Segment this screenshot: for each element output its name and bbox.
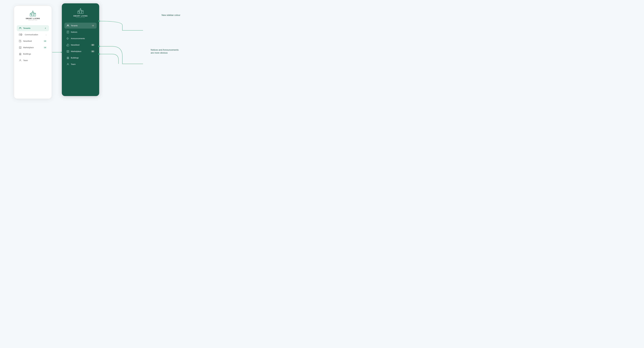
svg-rect-34 [82,11,82,11]
svg-point-14 [20,27,20,28]
nav-label-newsfeed-dark: Newsfeed [71,44,90,46]
nav-item-communication-light[interactable]: Communication ⌄ [17,32,49,37]
arrow-between-panels [52,52,62,52]
logo-subtitle-dark: PROPERTIES [76,17,85,18]
nav-label-notices-dark: Notices [71,31,94,33]
nav-label-marketplace-light: Marketplace [23,46,42,48]
nav-label-tenants-light: Tenants [23,27,42,29]
nav-item-team-dark[interactable]: Team [64,61,96,67]
svg-rect-12 [34,14,35,14]
nav-label-marketplace-dark: Marketplace [71,50,90,52]
svg-point-46 [67,63,68,64]
nav-label-buildings-dark: Buildings [71,57,94,59]
svg-point-37 [68,25,69,25]
svg-rect-42 [68,51,68,52]
nav-item-team-light[interactable]: Team [17,57,49,63]
nav-item-announcements-dark[interactable]: Announcements [64,35,96,41]
logo-area-dark: SMART LIVING PROPERTIES [73,7,88,18]
svg-rect-9 [31,14,31,14]
sidebar-dark: SMART LIVING PROPERTIES Tenants 4 [62,3,99,96]
badge-newsfeed-dark: 10 [91,44,94,46]
svg-rect-33 [81,10,81,11]
svg-rect-2 [34,13,36,16]
svg-point-15 [20,27,21,28]
svg-point-6 [32,11,33,12]
svg-rect-0 [30,14,32,16]
nav-item-newsfeed-dark[interactable]: Newsfeed 10 [64,42,96,48]
logo-subtitle-light: PROPERTIES [28,19,37,20]
badge-newsfeed-light: 10 [43,40,47,42]
annotation-sidebar-colour: New sidebar colour [162,14,180,17]
svg-rect-30 [78,11,78,12]
nav-label-tenants-dark: Tenants [71,24,90,27]
nav-label-team-dark: Team [71,63,94,65]
svg-rect-43 [68,58,68,59]
sidebar-light: SMART LIVING PROPERTIES Tenants 4 [14,6,52,99]
logo-title-light: SMART LIVING [26,17,40,19]
svg-rect-19 [20,54,20,54]
nav-list-dark: Tenants 4 Notices A [64,23,96,67]
nav-list-light: Tenants 4 Communication ⌄ [17,25,49,63]
svg-rect-10 [32,13,33,13]
svg-point-36 [67,25,68,25]
svg-rect-22 [78,11,79,14]
nav-item-marketplace-light[interactable]: Marketplace 10 [17,44,49,50]
nav-label-announcements-dark: Announcements [71,37,94,39]
nav-item-buildings-dark[interactable]: Buildings [64,55,96,61]
nav-item-tenants-dark[interactable]: Tenants 4 [64,23,96,28]
nav-label-communication-light: Communication [25,33,44,36]
badge-tenants-light: 4 [44,27,47,29]
svg-rect-17 [20,48,20,48]
svg-rect-11 [33,13,34,13]
svg-rect-13 [35,14,36,14]
svg-rect-20 [20,54,21,54]
badge-marketplace-dark: 10 [91,50,94,52]
svg-rect-18 [20,54,20,55]
nav-label-newsfeed-light: Newsfeed [23,40,42,42]
svg-point-21 [20,59,20,60]
badge-marketplace-light: 10 [43,46,47,48]
svg-rect-8 [30,14,31,14]
nav-item-marketplace-dark[interactable]: Marketplace 10 [64,48,96,54]
nav-item-buildings-light[interactable]: Buildings [17,51,49,57]
svg-line-3 [30,13,32,14]
nav-item-tenants-light[interactable]: Tenants 4 [17,25,49,31]
nav-item-newsfeed-light[interactable]: Newsfeed 10 [17,38,49,44]
nav-item-notices-dark[interactable]: Notices [64,29,96,35]
svg-rect-32 [80,10,80,11]
nav-label-team-light: Team [23,59,47,61]
svg-line-25 [78,10,79,11]
svg-rect-31 [78,11,79,12]
annotation-notices: Notices and Announcements are more obvio… [151,48,182,55]
chevron-communication-light: ⌄ [45,34,47,36]
badge-tenants-dark: 4 [92,24,94,27]
svg-rect-44 [67,57,68,58]
svg-rect-24 [82,10,83,14]
svg-rect-45 [68,57,68,58]
svg-rect-35 [83,11,83,11]
logo-area-light: SMART LIVING PROPERTIES [26,10,40,20]
logo-title-dark: SMART LIVING [73,15,88,17]
nav-label-buildings-light: Buildings [23,53,47,55]
svg-point-28 [80,8,81,9]
